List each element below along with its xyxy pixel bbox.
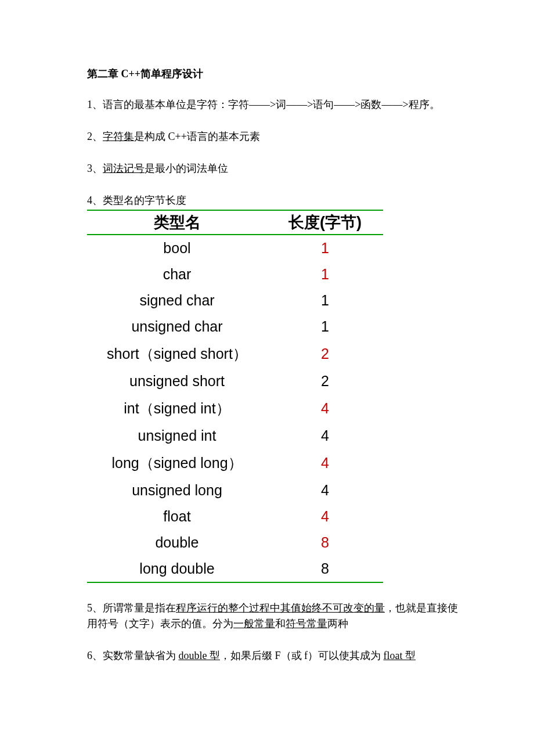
item-2-prefix: 2、 [87, 131, 103, 142]
item-5-part-d: 两种 [327, 618, 348, 629]
item-2: 2、字符集是构成 C++语言的基本元素 [87, 129, 459, 145]
table-row: int（signed int）4 [87, 394, 383, 423]
table-row: long double8 [87, 556, 383, 582]
cell-type-name: unsigned long [87, 477, 267, 503]
table-row: signed char1 [87, 287, 383, 314]
cell-length: 8 [267, 556, 383, 582]
table-row: unsigned long4 [87, 477, 383, 503]
item-2-suffix: 是构成 C++语言的基本元素 [134, 131, 260, 142]
cell-length: 1 [267, 314, 383, 340]
header-length: 长度(字节) [267, 210, 383, 235]
item-5-part-a: 5、所谓常量是指在 [87, 602, 176, 614]
table-row: unsigned char1 [87, 314, 383, 340]
header-type-name: 类型名 [87, 210, 267, 235]
table-row: unsigned int4 [87, 423, 383, 449]
chapter-title: 第二章 C++简单程序设计 [87, 67, 459, 81]
cell-length: 2 [267, 368, 383, 394]
item-6-underline-2: float 型 [384, 650, 416, 661]
cell-type-name: long double [87, 556, 267, 582]
cell-type-name: float [87, 503, 267, 530]
item-3-underline: 词法记号 [103, 163, 145, 174]
cell-type-name: short（signed short） [87, 340, 267, 368]
cell-type-name: int（signed int） [87, 394, 267, 423]
cell-length: 2 [267, 340, 383, 368]
cell-type-name: unsigned int [87, 423, 267, 449]
item-5-underline-3: 符号常量 [286, 618, 327, 629]
cell-type-name: bool [87, 235, 267, 261]
table-header-row: 类型名 长度(字节) [87, 210, 383, 235]
table-row: long（signed long）4 [87, 449, 383, 477]
table-row: bool1 [87, 235, 383, 261]
cell-length: 4 [267, 394, 383, 423]
cell-length: 4 [267, 449, 383, 477]
table-row: unsigned short2 [87, 368, 383, 394]
item-5-underline-2: 一般常量 [233, 618, 275, 629]
cell-length: 8 [267, 530, 383, 556]
item-3-prefix: 3、 [87, 163, 103, 174]
item-6-part-a: 6、实数常量缺省为 [87, 650, 179, 661]
cell-length: 4 [267, 423, 383, 449]
cell-length: 4 [267, 503, 383, 530]
table-row: double8 [87, 530, 383, 556]
item-5-part-c: 和 [275, 618, 286, 629]
item-3: 3、词法记号是最小的词法单位 [87, 161, 459, 177]
cell-length: 1 [267, 287, 383, 314]
item-2-underline: 字符集 [103, 131, 134, 142]
cell-type-name: double [87, 530, 267, 556]
cell-length: 1 [267, 261, 383, 287]
item-6-underline-1: double 型 [179, 650, 221, 661]
cell-type-name: unsigned char [87, 314, 267, 340]
item-4: 4、类型名的字节长度 [87, 193, 459, 208]
cell-type-name: char [87, 261, 267, 287]
table-row: short（signed short）2 [87, 340, 383, 368]
cell-length: 1 [267, 235, 383, 261]
item-6: 6、实数常量缺省为 double 型，如果后缀 F（或 f）可以使其成为 flo… [87, 648, 459, 664]
cell-type-name: unsigned short [87, 368, 267, 394]
type-length-table: 类型名 长度(字节) bool1char1signed char1unsigne… [87, 210, 383, 583]
table-body: bool1char1signed char1unsigned char1shor… [87, 235, 383, 582]
cell-length: 4 [267, 477, 383, 503]
table-row: float4 [87, 503, 383, 530]
item-5-underline-1: 程序运行的整个过程中其值始终不可改变的量 [176, 602, 385, 614]
item-3-suffix: 是最小的词法单位 [145, 163, 228, 174]
item-1: 1、语言的最基本单位是字符：字符——>词——>语句——>函数——>程序。 [87, 97, 459, 113]
item-5: 5、所谓常量是指在程序运行的整个过程中其值始终不可改变的量，也就是直接使用符号（… [87, 600, 459, 632]
item-6-part-b: ，如果后缀 F（或 f）可以使其成为 [220, 650, 384, 661]
cell-type-name: long（signed long） [87, 449, 267, 477]
table-row: char1 [87, 261, 383, 287]
cell-type-name: signed char [87, 287, 267, 314]
